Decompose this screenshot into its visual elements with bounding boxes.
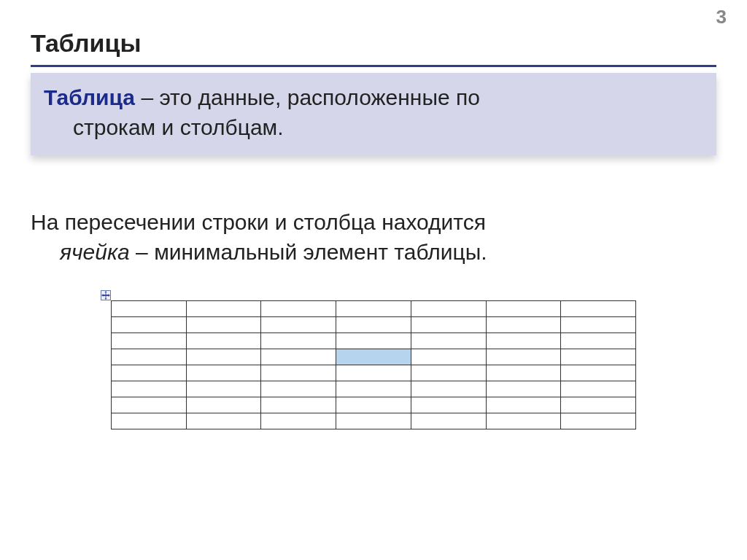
- definition-box: Таблица – это данные, расположенные по с…: [31, 73, 716, 155]
- example-table[interactable]: [111, 300, 636, 429]
- table-cell[interactable]: [561, 365, 636, 381]
- table-cell[interactable]: [112, 365, 187, 381]
- table-cell[interactable]: [486, 381, 561, 397]
- table-cell[interactable]: [561, 381, 636, 397]
- body-line-2: ячейка – минимальный элемент таблицы.: [31, 238, 716, 268]
- table-cell[interactable]: [486, 397, 561, 413]
- table-cell[interactable]: [186, 349, 261, 365]
- table-cell[interactable]: [112, 381, 187, 397]
- table-row: [112, 333, 636, 349]
- table-row: [112, 397, 636, 413]
- table-row: [112, 349, 636, 365]
- table-row: [112, 381, 636, 397]
- table-cell[interactable]: [486, 365, 561, 381]
- table-row: [112, 413, 636, 429]
- table-cell[interactable]: [261, 349, 336, 365]
- table-cell[interactable]: [336, 349, 411, 365]
- body-line2-rest: – минимальный элемент таблицы.: [130, 240, 487, 264]
- table-cell[interactable]: [336, 397, 411, 413]
- table-cell[interactable]: [411, 349, 486, 365]
- table-cell[interactable]: [561, 349, 636, 365]
- page-number: 3: [716, 6, 727, 28]
- table-cell[interactable]: [336, 333, 411, 349]
- move-icon[interactable]: [101, 290, 111, 300]
- table-cell[interactable]: [261, 397, 336, 413]
- table-cell[interactable]: [486, 413, 561, 429]
- table-cell[interactable]: [411, 397, 486, 413]
- table-cell[interactable]: [561, 333, 636, 349]
- definition-term: Таблица: [44, 85, 135, 109]
- table-cell[interactable]: [486, 333, 561, 349]
- table-cell[interactable]: [561, 397, 636, 413]
- table-cell[interactable]: [336, 317, 411, 333]
- table-cell[interactable]: [186, 365, 261, 381]
- table-row: [112, 365, 636, 381]
- table-cell[interactable]: [186, 381, 261, 397]
- table-cell[interactable]: [112, 333, 187, 349]
- table-cell[interactable]: [112, 397, 187, 413]
- move-arrows-icon: [101, 291, 110, 300]
- table-cell[interactable]: [186, 333, 261, 349]
- table-cell[interactable]: [486, 317, 561, 333]
- table-cell[interactable]: [186, 301, 261, 317]
- body-text: На пересечении строки и столбца находитс…: [31, 208, 716, 267]
- table-row: [112, 301, 636, 317]
- table-cell[interactable]: [411, 301, 486, 317]
- table-cell[interactable]: [411, 333, 486, 349]
- table-cell[interactable]: [486, 301, 561, 317]
- table-cell[interactable]: [561, 317, 636, 333]
- cell-term: ячейка: [60, 240, 130, 264]
- table-cell[interactable]: [261, 413, 336, 429]
- definition-line-2: строкам и столбцам.: [44, 113, 703, 143]
- table-cell[interactable]: [336, 381, 411, 397]
- table-cell[interactable]: [561, 301, 636, 317]
- table-cell[interactable]: [186, 317, 261, 333]
- definition-line1-rest: – это данные, расположенные по: [135, 85, 480, 109]
- table-cell[interactable]: [261, 365, 336, 381]
- table-cell[interactable]: [411, 317, 486, 333]
- table-row: [112, 317, 636, 333]
- table-cell[interactable]: [112, 301, 187, 317]
- table-cell[interactable]: [261, 301, 336, 317]
- slide-title: Таблицы: [31, 29, 716, 58]
- table-cell[interactable]: [411, 365, 486, 381]
- title-underline: [31, 65, 716, 67]
- table-cell[interactable]: [261, 317, 336, 333]
- table-cell[interactable]: [112, 317, 187, 333]
- body-line-1: На пересечении строки и столбца находитс…: [31, 208, 716, 238]
- table-cell[interactable]: [411, 381, 486, 397]
- table-cell[interactable]: [261, 381, 336, 397]
- table-cell[interactable]: [411, 413, 486, 429]
- table-cell[interactable]: [486, 349, 561, 365]
- table-cell[interactable]: [112, 413, 187, 429]
- table-cell[interactable]: [186, 413, 261, 429]
- definition-line-1: Таблица – это данные, расположенные по: [44, 83, 703, 113]
- table-cell[interactable]: [336, 365, 411, 381]
- table-cell[interactable]: [261, 333, 336, 349]
- table-cell[interactable]: [336, 301, 411, 317]
- table-cell[interactable]: [186, 397, 261, 413]
- table-cell[interactable]: [561, 413, 636, 429]
- table-cell[interactable]: [112, 349, 187, 365]
- example-table-wrap: [111, 300, 636, 429]
- table-cell[interactable]: [336, 413, 411, 429]
- slide: 3 Таблицы Таблица – это данные, располож…: [0, 0, 747, 560]
